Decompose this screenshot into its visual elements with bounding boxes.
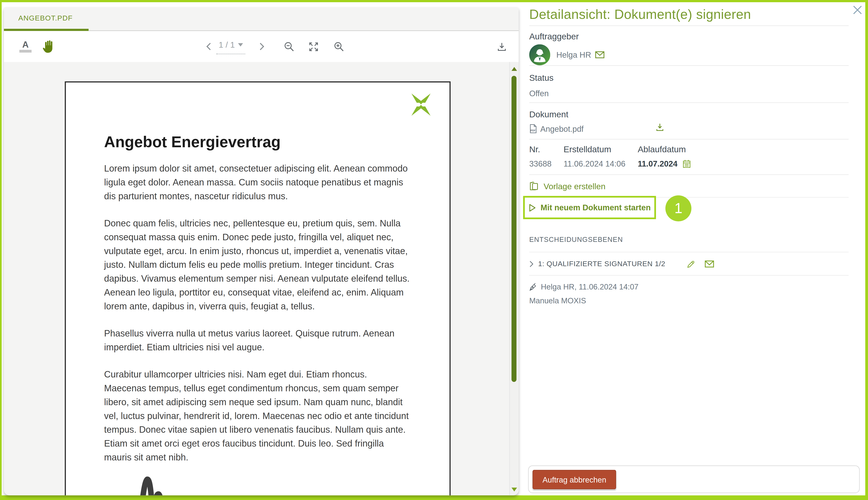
pdf-file-icon: PDF bbox=[529, 124, 537, 133]
close-button[interactable] bbox=[853, 5, 862, 14]
pdf-viewer: ANGEBOT.PDF A bbox=[4, 7, 519, 496]
page-indicator-input[interactable]: 1 / 1 bbox=[216, 31, 245, 62]
section-dokument: Dokument PDF Angebot.pdf bbox=[529, 103, 849, 139]
mail-icon[interactable] bbox=[595, 51, 605, 59]
download-icon bbox=[497, 42, 506, 51]
avatar bbox=[529, 44, 550, 65]
status-value: Offen bbox=[529, 89, 849, 98]
hand-tool-button[interactable] bbox=[40, 31, 57, 62]
document-paragraph: Lorem ipsum dolor sit amet, consectetuer… bbox=[104, 161, 411, 203]
detail-panel: Detailansicht: Dokument(e) signieren Auf… bbox=[522, 2, 865, 496]
zoom-in-icon bbox=[334, 41, 344, 52]
start-with-new-document-button[interactable]: Mit neuem Dokument starten bbox=[523, 196, 656, 219]
viewer-toolbar: A 1 / 1 bbox=[4, 31, 519, 62]
level-title: 1: QUALIFIZIERTE SIGNATUREN 1/2 bbox=[538, 260, 665, 268]
meta-created: 11.06.2024 14:06 bbox=[564, 159, 638, 168]
caret-down-icon bbox=[238, 43, 243, 46]
viewer-tabbar: ANGEBOT.PDF bbox=[4, 7, 519, 29]
auftraggeber-name: Helga HR bbox=[556, 50, 591, 59]
fit-screen-icon bbox=[308, 41, 318, 52]
start-button-zone: Mit neuem Dokument starten 1 bbox=[529, 197, 849, 230]
screenshot-stage: ANGEBOT.PDF A bbox=[0, 0, 868, 500]
panel-footer: Auftrag abbrechen bbox=[528, 466, 859, 493]
dokument-label: Dokument bbox=[529, 103, 849, 120]
section-meta: Nr. Erstelldatum Ablaufdatum 33688 11.06… bbox=[529, 139, 849, 175]
meta-nr: 33688 bbox=[529, 159, 564, 168]
company-logo bbox=[403, 91, 440, 118]
copy-template-icon bbox=[529, 181, 539, 191]
scroll-up-icon[interactable] bbox=[511, 67, 517, 71]
download-file-button[interactable] bbox=[655, 123, 664, 132]
col-ablaufdatum: Ablaufdatum bbox=[638, 145, 849, 155]
document-paragraph: Donec quam felis, ultricies nec, pellent… bbox=[104, 216, 411, 313]
signature-level-row[interactable]: 1: QUALIFIZIERTE SIGNATUREN 1/2 bbox=[529, 252, 849, 276]
file-row[interactable]: PDF Angebot.pdf bbox=[529, 124, 849, 133]
section-auftraggeber: Auftraggeber bbox=[529, 26, 849, 66]
signed-by-row: Helga HR, 11.06.2024 14:07 bbox=[529, 282, 849, 291]
document-paragraph: Curabitur ullamcorper ultricies nisi. Na… bbox=[104, 367, 411, 464]
entscheidungsebenen-label: ENTSCHEIDUNGSEBENEN bbox=[529, 230, 849, 252]
panel-title: Detailansicht: Dokument(e) signieren bbox=[529, 7, 751, 22]
text-select-icon: A bbox=[22, 41, 29, 49]
calendar-icon[interactable] bbox=[683, 159, 690, 168]
col-nr: Nr. bbox=[529, 145, 564, 155]
cancel-order-button[interactable]: Auftrag abbrechen bbox=[532, 470, 616, 489]
document-paragraph: Phasellus viverra nulla ut metus varius … bbox=[104, 327, 411, 354]
vorlage-erstellen-link[interactable]: Vorlage erstellen bbox=[529, 175, 849, 197]
page-indicator-value: 1 / 1 bbox=[218, 40, 235, 49]
dokument-filename: Angebot.pdf bbox=[540, 124, 584, 133]
prev-page-icon bbox=[205, 42, 212, 51]
text-select-tool-button[interactable]: A bbox=[17, 31, 34, 62]
status-label: Status bbox=[529, 66, 849, 83]
svg-text:PDF: PDF bbox=[530, 129, 536, 132]
next-page-button[interactable] bbox=[256, 31, 268, 62]
document-title: Angebot Energievertrag bbox=[104, 133, 411, 152]
scroll-down-icon[interactable] bbox=[511, 488, 517, 491]
next-page-icon bbox=[259, 42, 265, 51]
auftraggeber-label: Auftraggeber bbox=[529, 26, 849, 42]
zoom-in-button[interactable] bbox=[331, 31, 346, 62]
zoom-out-icon bbox=[284, 41, 294, 52]
panel-header: Detailansicht: Dokument(e) signieren bbox=[529, 2, 849, 26]
pending-signer-text: Manuela MOXIS bbox=[529, 296, 849, 305]
chevron-right-icon bbox=[529, 260, 534, 267]
pen-signature-icon bbox=[529, 282, 537, 291]
pencil-icon[interactable] bbox=[686, 259, 695, 268]
scrollbar-thumb[interactable] bbox=[511, 76, 517, 382]
prev-page-button[interactable] bbox=[203, 31, 214, 62]
hand-tool-icon bbox=[41, 39, 55, 54]
signed-by-text: Helga HR, 11.06.2024 14:07 bbox=[541, 282, 639, 291]
section-status: Status Offen bbox=[529, 66, 849, 103]
col-erstelldatum: Erstelldatum bbox=[564, 145, 638, 155]
annotation-badge-1: 1 bbox=[665, 195, 691, 221]
download-document-button[interactable] bbox=[494, 31, 509, 62]
document-page: Angebot Energievertrag Lorem ipsum dolor… bbox=[65, 81, 450, 496]
play-icon bbox=[528, 203, 536, 212]
meta-expiry: 11.07.2024 bbox=[638, 159, 677, 168]
viewer-scrollbar[interactable] bbox=[509, 62, 519, 496]
signature-scribble bbox=[136, 476, 168, 496]
tab-angebot-pdf[interactable]: ANGEBOT.PDF bbox=[18, 7, 73, 29]
fit-screen-button[interactable] bbox=[306, 31, 321, 62]
app-window: ANGEBOT.PDF A bbox=[2, 2, 865, 496]
zoom-out-button[interactable] bbox=[282, 31, 296, 62]
mail-level-icon[interactable] bbox=[704, 260, 714, 268]
text-select-underline bbox=[19, 50, 32, 53]
download-file-icon bbox=[655, 123, 664, 132]
close-icon bbox=[853, 5, 862, 14]
active-tab-underline bbox=[4, 29, 89, 31]
